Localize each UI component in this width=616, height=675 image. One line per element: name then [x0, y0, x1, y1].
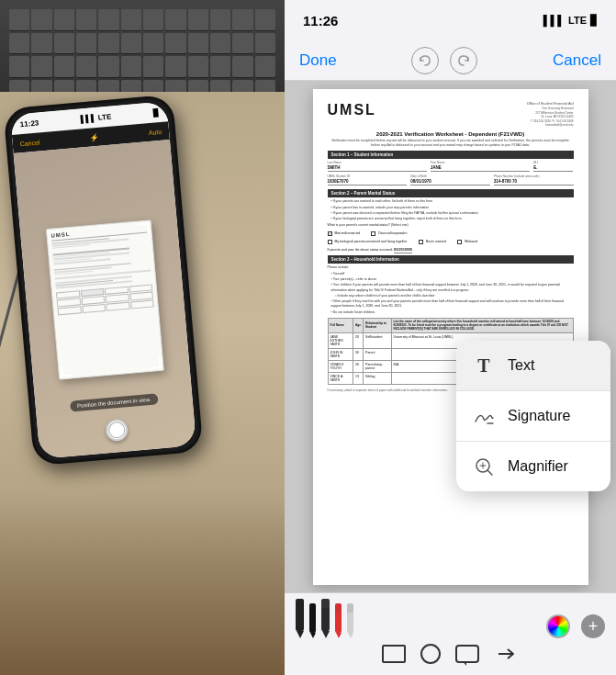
- key: [76, 9, 96, 31]
- pen-tools-row: +: [285, 599, 616, 638]
- arrow-tool[interactable]: [494, 645, 520, 663]
- undo-icon: [419, 54, 431, 67]
- lte-label: LTE: [568, 15, 587, 26]
- camera-panel: 11:23 ▌▌▌ LTE █ Cancel ⚡ Auto UMSL: [0, 0, 285, 675]
- cancel-button[interactable]: Cancel: [553, 51, 601, 70]
- pen-tip-5: [348, 633, 353, 638]
- color-wheel-button[interactable]: [546, 614, 570, 638]
- key: [54, 56, 74, 78]
- key: [188, 9, 208, 31]
- scanner-viewfinder: UMSL: [14, 140, 196, 459]
- col-relation: Relationship to Student: [364, 318, 391, 332]
- bottom-toolbar: +: [285, 592, 616, 675]
- marital-date-row: If parents and year the above status occ…: [328, 247, 574, 252]
- key: [165, 9, 185, 31]
- marital-bio-parents: My biological parents unmarried and livi…: [328, 240, 408, 244]
- key: [31, 56, 51, 78]
- s3-bullet-others: • Other people if they now live with you…: [328, 299, 574, 309]
- pen-tool-5[interactable]: [347, 603, 353, 638]
- key: [255, 56, 275, 78]
- redo-icon: [457, 54, 470, 67]
- shutter-inner: [107, 422, 126, 440]
- never-married-checkbox: [419, 240, 423, 244]
- first-name-label: First Name: [431, 161, 530, 164]
- pen-cap-1: [296, 599, 304, 608]
- section1-header: Section 1 – Student Information: [328, 151, 574, 159]
- signature-svg: [473, 405, 495, 427]
- shutter-button[interactable]: [105, 418, 129, 442]
- speech-bubble-tool[interactable]: [455, 645, 479, 663]
- section2-bullet-2: • If your parent has re-married, include…: [328, 206, 574, 210]
- col-age: Age: [353, 318, 364, 332]
- key: [9, 56, 29, 78]
- marital-date-label: If parents and year the above status occ…: [328, 248, 394, 252]
- magnifier-icon: [471, 454, 497, 479]
- phone-battery: █: [152, 108, 158, 117]
- pen-tool-1[interactable]: [296, 599, 304, 638]
- phone-screen: 11:23 ▌▌▌ LTE █ Cancel ⚡ Auto UMSL: [10, 101, 196, 458]
- s3-bullet-children: • Your children if your parents will pro…: [328, 283, 574, 293]
- text-icon: T: [471, 353, 497, 378]
- marital-never-married: Never married: [419, 240, 446, 244]
- done-button[interactable]: Done: [299, 51, 337, 70]
- pen-barrel-2: [309, 613, 316, 633]
- pen-barrel-1: [296, 608, 304, 631]
- scanner-cancel-button[interactable]: Cancel: [19, 139, 39, 147]
- pen-cap-5: [347, 603, 353, 613]
- popup-signature-item[interactable]: Signature: [456, 391, 610, 442]
- phone-time: 11:23: [19, 118, 39, 129]
- corner-br: [150, 356, 162, 368]
- popup-magnifier-item[interactable]: Magnifier: [456, 442, 610, 491]
- key: [54, 9, 74, 31]
- phone-field: Phone Number (include area code) 314-870…: [494, 174, 574, 186]
- last-name-label: Last Name: [328, 161, 427, 164]
- rectangle-tool[interactable]: [382, 645, 406, 663]
- undo-button[interactable]: [411, 47, 439, 74]
- text-label: Text: [508, 357, 534, 374]
- col-college: List the name of the college/university …: [391, 318, 573, 332]
- key: [232, 9, 252, 31]
- phone-device: 11:23 ▌▌▌ LTE █ Cancel ⚡ Auto UMSL: [3, 95, 203, 467]
- position-hint: Position the document in view.: [69, 393, 158, 411]
- marital-question: What is your parent's current marital st…: [328, 223, 574, 228]
- row2-relation: Parent: [364, 348, 391, 360]
- key: [98, 9, 118, 31]
- signature-label: Signature: [508, 408, 571, 424]
- phone-value: 314-8700 70: [494, 179, 574, 186]
- umsl-logo: UMSL: [328, 102, 376, 118]
- key: [121, 9, 141, 31]
- key: [76, 33, 96, 55]
- marital-options-row2: My biological parents unmarried and livi…: [328, 239, 574, 245]
- divorced-label: Divorced/separation: [378, 231, 407, 235]
- key: [31, 9, 51, 31]
- marital-options: Married/remarried Divorced/separation: [328, 231, 574, 237]
- pen-barrel-5: [347, 613, 353, 633]
- pen-tip-3: [322, 631, 330, 638]
- row2-age: 56: [353, 348, 364, 360]
- key: [232, 56, 252, 78]
- dob-field: Date of Birth 08/01/1970: [410, 174, 490, 186]
- mi-value: E.: [533, 165, 573, 172]
- pen-tool-2[interactable]: [309, 603, 316, 638]
- key: [98, 56, 118, 78]
- pen-barrel-3: [321, 608, 330, 631]
- circle-tool[interactable]: [420, 644, 441, 664]
- shape-tools-row: [285, 644, 616, 664]
- add-icon: +: [588, 618, 599, 635]
- section3-intro: Please include:: [328, 265, 574, 270]
- pen-tool-4[interactable]: [335, 603, 342, 638]
- key: [98, 33, 118, 55]
- add-tool-button[interactable]: +: [581, 614, 605, 638]
- pen-tip-2: [310, 633, 316, 638]
- pen-tool-3[interactable]: [321, 599, 330, 638]
- key: [165, 33, 185, 55]
- popup-text-item[interactable]: T Text: [456, 341, 610, 391]
- marital-divorced: Divorced/separation: [371, 231, 407, 236]
- key: [255, 9, 275, 31]
- document: UMSL Office of Student Financial Aid One…: [313, 89, 588, 585]
- magnifier-label: Magnifier: [508, 458, 568, 475]
- redo-button[interactable]: [450, 47, 477, 74]
- markup-topbar: Done Cancel: [285, 40, 616, 81]
- widowed-checkbox: [457, 240, 462, 244]
- doc-header: UMSL Office of Student Financial Aid One…: [328, 102, 574, 128]
